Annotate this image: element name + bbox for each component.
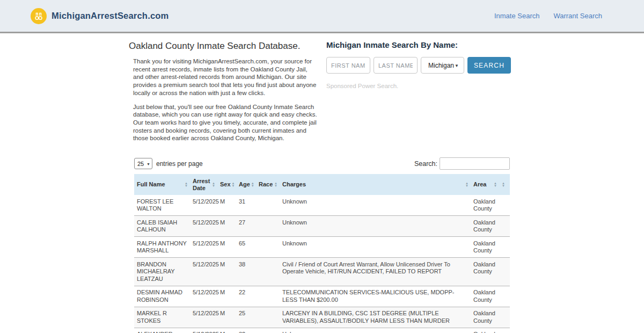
cell-arrest-date: 5/12/2025 [190,237,217,258]
cell-full-name: DESMIN AHMAD ROBINSON [134,286,190,307]
nav-warrant-search[interactable]: Warrant Search [553,12,602,20]
cell-sex: M [217,307,236,328]
cell-race [256,328,280,333]
site-title[interactable]: MichiganArrestSearch.com [52,11,169,21]
cell-full-name: CALEB ISAIAH CALHOUN [134,216,190,237]
sort-arrows-icon[interactable]: ▲▼ [502,182,505,187]
cell-arrest-date: 5/12/2025 [190,258,217,286]
name-search-section: Michigan Inmate Search By Name: Michigan… [326,37,511,148]
intro-section: Oakland County Inmate Search Database. T… [129,37,318,148]
sort-arrows-icon[interactable]: ▲▼ [251,182,254,187]
table-search-control: Search: [414,157,510,170]
cell-extra [499,307,510,328]
cell-race [256,195,280,216]
sort-arrows-icon[interactable]: ▲▼ [494,182,497,187]
inmate-table-body: FOREST LEE WALTON 5/12/2025 M 31 Unknown… [134,195,510,333]
cell-area: Oakland County [471,195,499,216]
table-row[interactable]: DESMIN AHMAD ROBINSON 5/12/2025 M 22 TEL… [134,286,510,307]
cell-charges: Unknown [280,216,471,237]
cell-area: Oakland County [471,237,499,258]
cell-age: 32 [236,328,256,333]
inmate-table-area: 25 ▼ entries per page Search: Ful [134,157,510,333]
cell-full-name: MARKEL R STOKES [134,307,190,328]
col-header-race[interactable]: Race ▲▼ [256,174,280,195]
cell-arrest-date: 5/12/2025 [190,328,217,333]
cell-charges: LARCENY IN A BUILDING, CSC 1ST DEGREE (M… [280,307,471,328]
cell-arrest-date: 5/12/2025 [190,216,217,237]
main-content: Oakland County Inmate Search Database. T… [129,37,511,333]
site-header: MichiganArrestSearch.com Inmate Search W… [0,0,644,33]
cell-charges: TELECOMMUNICATION SERVICES-MALICIOUS USE… [280,286,471,307]
col-header-sex[interactable]: Sex ▲▼ [217,174,236,195]
last-name-input[interactable] [374,57,418,74]
cell-sex: M [217,328,236,333]
sort-arrows-icon[interactable]: ▲▼ [232,182,235,187]
cell-sex: M [217,286,236,307]
col-header-charges[interactable]: Charges ▲▼ [280,174,471,195]
name-search-form: Michigan ▼ SEARCH [326,57,511,74]
cell-sex: M [217,258,236,286]
cell-age: 27 [236,216,256,237]
handcuffs-logo-icon [31,8,47,24]
top-nav: Inmate Search Warrant Search [494,12,602,20]
site-brand[interactable]: MichiganArrestSearch.com [31,8,169,24]
cell-age: 22 [236,286,256,307]
search-form-title: Michigan Inmate Search By Name: [326,40,511,49]
table-row[interactable]: FOREST LEE WALTON 5/12/2025 M 31 Unknown… [134,195,510,216]
table-header-row: Full Name ▲▼ Arrest Date ▲▼ Sex ▲▼ Age ▲… [134,174,510,195]
cell-charges: Unknown [280,328,471,333]
sort-arrows-icon[interactable]: ▲▼ [185,182,188,187]
cell-extra [499,328,510,333]
col-header-extra[interactable]: ▲▼ [499,174,510,195]
cell-extra [499,237,510,258]
state-select[interactable]: Michigan [421,57,464,74]
sort-arrows-icon[interactable]: ▲▼ [212,182,215,187]
search-button[interactable]: SEARCH [467,57,511,74]
cell-age: 38 [236,258,256,286]
intro-paragraph-1: Thank you for visiting MichiganArrestSea… [129,57,318,97]
cell-charges: Unknown [280,195,471,216]
cell-full-name: BRANDON MICHAELRAY LEATZAU [134,258,190,286]
nav-inmate-search[interactable]: Inmate Search [494,12,540,20]
cell-race [256,258,280,286]
page-title: Oakland County Inmate Search Database. [129,41,318,52]
cell-race [256,286,280,307]
cell-area: Oakland County [471,286,499,307]
cell-arrest-date: 5/12/2025 [190,307,217,328]
page-size-select[interactable]: 25 [134,158,152,169]
col-header-full-name[interactable]: Full Name ▲▼ [134,174,190,195]
cell-race [256,216,280,237]
cell-extra [499,286,510,307]
cell-sex: M [217,216,236,237]
cell-charges: Civil / Friend of Court Arrest Warrant, … [280,258,471,286]
col-header-age[interactable]: Age ▲▼ [236,174,256,195]
table-search-label: Search: [414,160,437,168]
page-size-control: 25 ▼ entries per page [134,158,203,169]
cell-full-name: FOREST LEE WALTON [134,195,190,216]
cell-age: 25 [236,307,256,328]
first-name-input[interactable] [326,57,370,74]
cell-sex: M [217,195,236,216]
table-search-input[interactable] [440,157,510,170]
sort-arrows-icon[interactable]: ▲▼ [274,182,277,187]
intro-paragraph-2: Just below that, you'll see our free Oak… [129,103,318,143]
inmate-table: Full Name ▲▼ Arrest Date ▲▼ Sex ▲▼ Age ▲… [134,174,510,333]
col-header-area[interactable]: Area ▲▼ [471,174,499,195]
cell-sex: M [217,237,236,258]
cell-area: Oakland County [471,328,499,333]
table-row[interactable]: CALEB ISAIAH CALHOUN 5/12/2025 M 27 Unkn… [134,216,510,237]
cell-arrest-date: 5/12/2025 [190,195,217,216]
table-row[interactable]: MARKEL R STOKES 5/12/2025 M 25 LARCENY I… [134,307,510,328]
col-header-arrest-date[interactable]: Arrest Date ▲▼ [190,174,217,195]
table-row[interactable]: RALPH ANTHONY MARSHALL 5/12/2025 M 65 Un… [134,237,510,258]
sort-arrows-icon[interactable]: ▲▼ [465,182,469,187]
cell-area: Oakland County [471,258,499,286]
cell-age: 31 [236,195,256,216]
entries-per-page-label: entries per page [156,160,203,168]
table-row[interactable]: BRANDON MICHAELRAY LEATZAU 5/12/2025 M 3… [134,258,510,286]
cell-full-name: RALPH ANTHONY MARSHALL [134,237,190,258]
cell-extra [499,195,510,216]
sponsored-note: Sponsored Power Search. [326,83,511,89]
cell-area: Oakland County [471,216,499,237]
table-row[interactable]: ALEXANDER CHARLES MAHLER 5/12/2025 M 32 … [134,328,510,333]
